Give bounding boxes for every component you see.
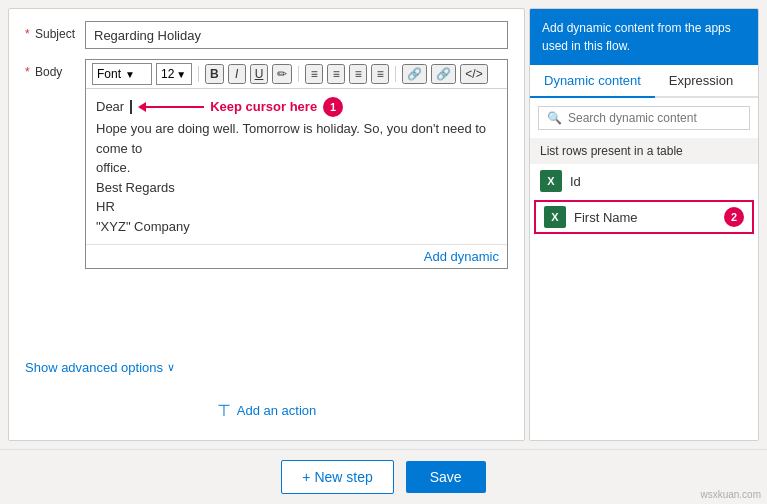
cursor-line: Dear Keep cursor here 1 (96, 97, 497, 117)
body-line-2: Hope you are doing well. Tomorrow is hol… (96, 119, 497, 158)
body-editor[interactable]: Font ▼ 12 ▼ B I U ✏ ≡ ≡ ≡ ≡ (85, 59, 508, 269)
align-right-button[interactable]: ≡ (371, 64, 389, 84)
body-required-star: * (25, 65, 30, 79)
excel-icon-firstname: X (544, 206, 566, 228)
body-line-5: HR (96, 197, 497, 217)
add-action-button[interactable]: ⊤ Add an action (217, 401, 317, 420)
main-container: * Subject * Body Font ▼ 12 (0, 0, 767, 449)
cursor-badge: 1 (323, 97, 343, 117)
italic-button[interactable]: I (228, 64, 246, 84)
font-select[interactable]: Font ▼ (92, 63, 152, 85)
advanced-options[interactable]: Show advanced options ∨ (25, 360, 508, 375)
body-line-3: office. (96, 158, 497, 178)
toolbar-divider-3 (395, 66, 396, 82)
right-panel: Add dynamic content from the apps used i… (529, 8, 759, 441)
search-box[interactable]: 🔍 (538, 106, 750, 130)
link-button[interactable]: 🔗 (402, 64, 427, 84)
add-action-row: ⊤ Add an action (25, 385, 508, 428)
firstname-badge: 2 (724, 207, 744, 227)
left-panel: * Subject * Body Font ▼ 12 (8, 8, 525, 441)
body-content[interactable]: Dear Keep cursor here 1 Hope you are doi… (86, 89, 507, 244)
code-button[interactable]: </> (460, 64, 487, 84)
section-header: List rows present in a table (530, 138, 758, 164)
underline-button[interactable]: U (250, 64, 269, 84)
subject-row: * Subject (25, 21, 508, 49)
body-label: * Body (25, 59, 77, 79)
dear-text: Dear (96, 97, 124, 117)
new-step-button[interactable]: + New step (281, 460, 393, 494)
chevron-down-icon: ∨ (167, 361, 175, 374)
bold-button[interactable]: B (205, 64, 224, 84)
align-left-button[interactable]: ≡ (349, 64, 367, 84)
item-label-firstname: First Name (574, 210, 638, 225)
font-chevron-icon: ▼ (125, 69, 135, 80)
cursor-bar (130, 100, 132, 114)
add-dynamic-link[interactable]: Add dynamic (424, 249, 499, 264)
body-line-4: Best Regards (96, 178, 497, 198)
excel-icon-id: X (540, 170, 562, 192)
paint-button[interactable]: ✏ (272, 64, 292, 84)
search-input[interactable] (568, 111, 741, 125)
keep-cursor-label: Keep cursor here (210, 97, 317, 117)
tab-expression[interactable]: Expression (655, 65, 747, 98)
watermark: wsxkuan.com (700, 489, 761, 500)
size-select[interactable]: 12 ▼ (156, 63, 192, 85)
add-action-icon: ⊤ (217, 401, 231, 420)
body-toolbar: Font ▼ 12 ▼ B I U ✏ ≡ ≡ ≡ ≡ (86, 60, 507, 89)
search-icon: 🔍 (547, 111, 562, 125)
ordered-list-button[interactable]: ≡ (305, 64, 323, 84)
panel-tabs: Dynamic content Expression (530, 65, 758, 98)
size-chevron-icon: ▼ (176, 69, 186, 80)
unordered-list-button[interactable]: ≡ (327, 64, 345, 84)
tab-dynamic-content[interactable]: Dynamic content (530, 65, 655, 98)
item-label-id: Id (570, 174, 581, 189)
toolbar-divider-2 (298, 66, 299, 82)
dynamic-items-list: X Id X First Name 2 (530, 164, 758, 236)
body-row: * Body Font ▼ 12 ▼ B I U (25, 59, 508, 350)
subject-required-star: * (25, 27, 30, 41)
cursor-arrow (138, 102, 204, 112)
subject-input[interactable] (85, 21, 508, 49)
toolbar-divider-1 (198, 66, 199, 82)
save-button[interactable]: Save (406, 461, 486, 493)
dynamic-item-firstname[interactable]: X First Name 2 (534, 200, 754, 234)
add-dynamic-row: Add dynamic (86, 244, 507, 268)
bottom-bar: + New step Save (0, 449, 767, 504)
dynamic-item-id[interactable]: X Id (530, 164, 758, 198)
unlink-button[interactable]: 🔗 (431, 64, 456, 84)
body-line-6: "XYZ" Company (96, 217, 497, 237)
blue-tooltip: Add dynamic content from the apps used i… (530, 9, 758, 65)
arrow-shaft (144, 106, 204, 108)
subject-label: * Subject (25, 21, 77, 41)
